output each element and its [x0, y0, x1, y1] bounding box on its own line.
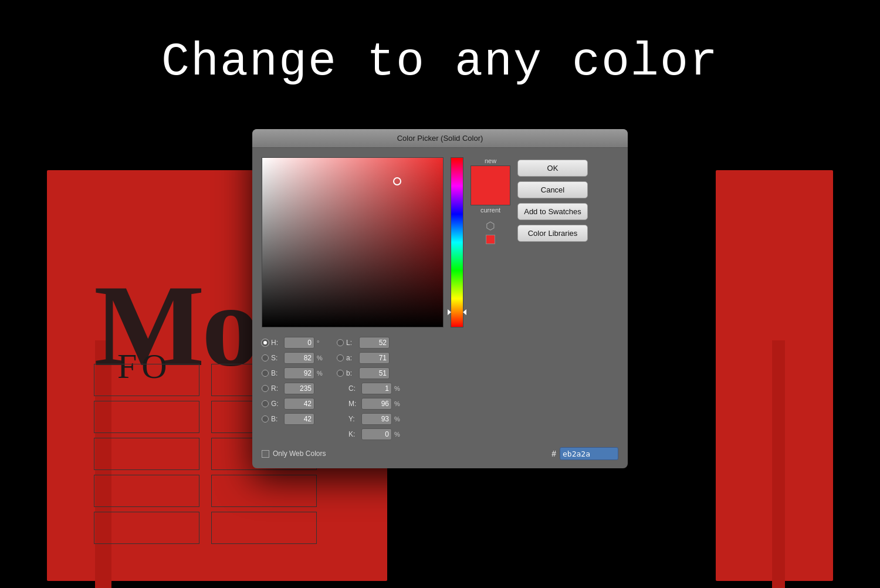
unit-b: %	[317, 370, 325, 377]
radio-l[interactable]	[337, 339, 344, 346]
hex-row: #	[551, 447, 618, 460]
label-r: R:	[271, 384, 282, 393]
input-b2[interactable]	[284, 413, 314, 425]
unit-y: %	[394, 415, 402, 423]
input-r[interactable]	[284, 383, 314, 394]
unit-m: %	[394, 400, 402, 407]
preview-new-color	[471, 166, 510, 185]
unit-s: %	[317, 354, 325, 361]
input-lab-b[interactable]	[359, 367, 390, 379]
dialog-body: new current ⬡ OK Cancel Add to Swatches …	[252, 148, 628, 337]
current-label: current	[480, 207, 500, 214]
spectrum-wrap	[451, 157, 463, 327]
field-row-m: M: %	[337, 398, 402, 410]
label-g: G:	[271, 400, 282, 408]
dialog-buttons: OK Cancel Add to Swatches Color Librarie…	[517, 157, 588, 327]
grid-box	[94, 512, 199, 544]
unit-h: °	[317, 339, 325, 346]
radio-r[interactable]	[262, 385, 269, 392]
label-k: K:	[348, 430, 359, 438]
unit-k: %	[394, 431, 402, 438]
ruler-right	[772, 340, 785, 588]
ok-button[interactable]: OK	[517, 160, 588, 177]
field-row-h: H: °	[262, 337, 325, 349]
label-b2: B:	[271, 415, 282, 423]
field-row-g: G:	[262, 398, 325, 410]
field-row-r: R:	[262, 383, 325, 394]
radio-lab-b[interactable]	[337, 370, 344, 377]
label-s: S:	[271, 354, 282, 362]
radio-b[interactable]	[262, 370, 269, 377]
preview-current-color	[471, 185, 510, 205]
field-row-y: Y: %	[337, 413, 402, 425]
only-web-colors-checkbox[interactable]	[262, 450, 269, 458]
hex-input[interactable]	[560, 447, 618, 460]
label-lab-b: b:	[346, 369, 357, 377]
hsb-rgb-fields: H: ° S: % B: % R:	[262, 337, 325, 440]
all-fields: H: ° S: % B: % R:	[252, 337, 628, 445]
label-m: M:	[348, 400, 359, 408]
page-heading: Change to any color	[0, 35, 880, 89]
label-y: Y:	[348, 415, 359, 423]
hex-symbol: #	[551, 449, 556, 458]
grid-box	[94, 438, 199, 470]
input-a[interactable]	[359, 352, 390, 364]
dialog-titlebar: Color Picker (Solid Color)	[252, 129, 628, 148]
bottom-row: Only Web Colors #	[252, 445, 628, 468]
grid-box	[94, 364, 199, 396]
input-y[interactable]	[361, 413, 392, 425]
input-s[interactable]	[284, 352, 314, 364]
input-l[interactable]	[359, 337, 390, 349]
label-a: a:	[346, 354, 357, 362]
lab-cmyk-fields: L: a: b: C: %	[337, 337, 402, 440]
grid-box	[211, 512, 317, 544]
preview-colors	[471, 165, 510, 205]
spectrum-bar[interactable]	[451, 157, 463, 327]
field-row-b: B: %	[262, 367, 325, 379]
field-row-l: L:	[337, 337, 402, 349]
spectrum-arrow-left	[448, 309, 451, 315]
only-web-colors-label: Only Web Colors	[273, 450, 326, 458]
label-c: C:	[348, 384, 359, 393]
add-to-swatches-button[interactable]: Add to Swatches	[517, 203, 588, 220]
radio-h[interactable]	[262, 339, 269, 346]
web-cube-icon: ⬡	[486, 219, 495, 232]
grid-box	[211, 475, 317, 507]
color-libraries-button[interactable]: Color Libraries	[517, 225, 588, 242]
color-warning-swatch	[486, 235, 495, 244]
label-h: H:	[271, 339, 282, 347]
field-row-c: C: %	[337, 383, 402, 394]
radio-g[interactable]	[262, 400, 269, 407]
field-row-a: a:	[337, 352, 402, 364]
grid-box	[94, 475, 199, 507]
input-h[interactable]	[284, 337, 314, 349]
input-k[interactable]	[361, 428, 392, 440]
color-picker-dialog: Color Picker (Solid Color) new current	[252, 129, 628, 468]
color-cursor	[393, 177, 401, 185]
radio-a[interactable]	[337, 354, 344, 361]
new-label: new	[485, 157, 496, 164]
grid-box	[94, 401, 199, 433]
color-field-wrap	[262, 157, 444, 327]
dialog-title: Color Picker (Solid Color)	[397, 134, 483, 143]
field-row-k: K: %	[337, 428, 402, 440]
input-m[interactable]	[361, 398, 392, 410]
field-row-lab-b: b:	[337, 367, 402, 379]
field-row-s: S: %	[262, 352, 325, 364]
field-row-b2: B:	[262, 413, 325, 425]
cancel-button[interactable]: Cancel	[517, 181, 588, 198]
radio-s[interactable]	[262, 354, 269, 361]
unit-c: %	[394, 385, 402, 392]
label-l: L:	[346, 339, 357, 347]
input-c[interactable]	[361, 383, 392, 394]
radio-b2[interactable]	[262, 415, 269, 423]
preview-section: new current ⬡	[471, 157, 510, 327]
spectrum-arrow-right	[463, 309, 466, 315]
input-g[interactable]	[284, 398, 314, 410]
preview-icons: ⬡	[486, 219, 495, 244]
color-gradient-field[interactable]	[262, 157, 444, 327]
label-b: B:	[271, 369, 282, 377]
only-web-colors-section: Only Web Colors	[262, 450, 326, 458]
input-b[interactable]	[284, 367, 314, 379]
notebook-right	[716, 170, 833, 581]
